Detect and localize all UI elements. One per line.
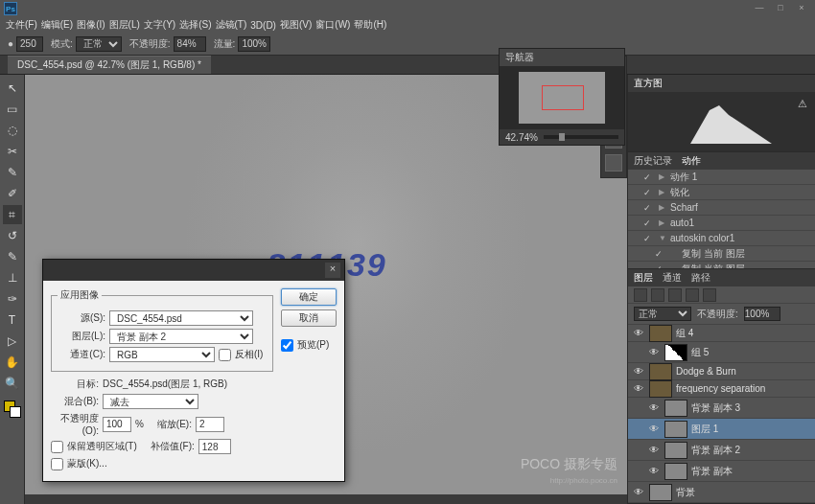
layer-blend-select[interactable]: 正常 xyxy=(634,307,691,321)
layer-row[interactable]: 👁背景 副本 2 xyxy=(628,440,815,461)
menu-3d[interactable]: 3D(D) xyxy=(250,20,276,31)
document-tab[interactable]: DSC_4554.psd @ 42.7% (图层 1, RGB/8) * xyxy=(8,56,211,74)
minimize-button[interactable]: — xyxy=(750,3,769,14)
layer-thumb[interactable] xyxy=(664,400,687,417)
layer-thumb[interactable] xyxy=(664,463,687,480)
action-row[interactable]: ✓复制 当前 图层 xyxy=(628,262,815,269)
visibility-icon[interactable]: 👁 xyxy=(647,445,661,455)
marquee-tool[interactable]: ▭ xyxy=(3,100,22,119)
actions-tab[interactable]: 动作 xyxy=(682,154,701,168)
flow-field[interactable] xyxy=(238,36,270,52)
move-tool[interactable]: ↖ xyxy=(3,79,22,98)
layer-thumb[interactable] xyxy=(649,325,672,342)
preview-checkbox[interactable] xyxy=(281,339,293,352)
action-row[interactable]: ✓▶锐化 xyxy=(628,185,815,200)
layer-thumb[interactable] xyxy=(664,421,687,438)
navigator-zoom-slider[interactable] xyxy=(544,135,618,139)
lasso-tool[interactable]: ◌ xyxy=(3,121,22,140)
filter-type-icon[interactable] xyxy=(686,288,699,302)
layer-row[interactable]: 👁图层 1 xyxy=(628,419,815,440)
navigator-viewport-rect[interactable] xyxy=(542,85,584,110)
dlg-opacity-field[interactable] xyxy=(103,417,131,432)
layer-thumb[interactable] xyxy=(649,484,672,501)
layer-row[interactable]: 👁组 4 xyxy=(628,325,815,342)
menu-layer[interactable]: 图层(L) xyxy=(109,18,140,32)
layer-row[interactable]: 👁Dodge & Burn xyxy=(628,363,815,380)
gradient-tool[interactable]: ⊥ xyxy=(3,268,22,287)
channels-tab[interactable]: 通道 xyxy=(663,271,682,285)
crop-tool[interactable]: ✂ xyxy=(3,142,22,161)
visibility-icon[interactable]: 👁 xyxy=(647,424,661,434)
mask-checkbox[interactable] xyxy=(51,458,63,470)
invert-checkbox[interactable] xyxy=(219,349,231,361)
layer-thumb[interactable] xyxy=(664,442,687,459)
ok-button[interactable]: 确定 xyxy=(281,288,337,306)
menu-filter[interactable]: 滤镜(T) xyxy=(216,18,247,32)
layer-row[interactable]: 👁frequency separation xyxy=(628,380,815,398)
filter-shape-icon[interactable] xyxy=(703,288,716,302)
pen-tool[interactable]: ✑ xyxy=(3,289,22,309)
layer-thumb[interactable] xyxy=(649,363,672,380)
menu-view[interactable]: 视图(V) xyxy=(280,18,312,32)
visibility-icon[interactable]: 👁 xyxy=(647,402,661,413)
histogram-tab[interactable]: 直方图 xyxy=(634,77,663,90)
panel-icon[interactable] xyxy=(605,154,622,172)
action-row[interactable]: ✓▶动作 1 xyxy=(628,170,815,185)
layers-tab[interactable]: 图层 xyxy=(634,271,653,285)
menu-type[interactable]: 文字(Y) xyxy=(144,18,175,32)
scale-field[interactable] xyxy=(196,417,224,432)
brush-size[interactable] xyxy=(16,36,43,52)
menu-select[interactable]: 选择(S) xyxy=(179,18,211,32)
history-tab[interactable]: 历史记录 xyxy=(634,154,672,168)
action-row[interactable]: ✓▶Scharf xyxy=(628,200,815,216)
path-tool[interactable]: ▷ xyxy=(3,332,22,351)
horizontal-scrollbar[interactable] xyxy=(25,494,627,504)
brush-icon[interactable]: ● xyxy=(8,38,13,49)
color-swatches[interactable] xyxy=(4,401,21,418)
layer-row[interactable]: 👁背景 副本 3 xyxy=(628,398,815,419)
visibility-icon[interactable]: 👁 xyxy=(632,487,645,497)
navigator-thumb[interactable] xyxy=(519,72,605,124)
visibility-icon[interactable]: 👁 xyxy=(632,383,645,394)
layer-opacity-field[interactable] xyxy=(744,307,780,321)
action-row[interactable]: ✓复制 当前 图层 xyxy=(628,246,815,262)
filter-adj-icon[interactable] xyxy=(668,288,682,302)
preserve-checkbox[interactable] xyxy=(51,441,63,453)
dialog-close-button[interactable]: × xyxy=(325,263,340,278)
layer-thumb[interactable] xyxy=(664,344,687,361)
eyedropper-tool[interactable]: ✎ xyxy=(3,163,22,182)
close-window-button[interactable]: × xyxy=(792,3,811,14)
menu-window[interactable]: 窗口(W) xyxy=(315,18,350,32)
clone-tool[interactable]: ↺ xyxy=(3,226,22,245)
layer-row[interactable]: 👁背景 副本 xyxy=(628,461,815,482)
layer-row[interactable]: 👁组 5 xyxy=(628,342,815,363)
blend-mode-select[interactable]: 正常 xyxy=(76,36,122,52)
layer-thumb[interactable] xyxy=(649,380,672,398)
brush-tool[interactable]: ⌗ xyxy=(3,205,22,224)
menu-file[interactable]: 文件(F) xyxy=(6,18,37,32)
visibility-icon[interactable]: 👁 xyxy=(632,366,645,377)
filter-kind-icon[interactable] xyxy=(634,288,647,302)
layer-row[interactable]: 👁背景 xyxy=(628,482,815,503)
navigator-zoom[interactable]: 42.74% xyxy=(505,132,538,143)
action-row[interactable]: ✓▼autoskin color1 xyxy=(628,231,815,246)
menu-help[interactable]: 帮助(H) xyxy=(354,18,386,32)
opacity-field[interactable] xyxy=(174,36,206,52)
paths-tab[interactable]: 路径 xyxy=(691,271,710,285)
eraser-tool[interactable]: ✎ xyxy=(3,247,22,266)
maximize-button[interactable]: □ xyxy=(771,3,790,14)
hand-tool[interactable]: ✋ xyxy=(3,353,22,372)
cancel-button[interactable]: 取消 xyxy=(281,309,337,327)
offset-field[interactable] xyxy=(198,439,231,454)
visibility-icon[interactable]: 👁 xyxy=(647,347,661,357)
menu-image[interactable]: 图像(I) xyxy=(77,18,105,32)
visibility-icon[interactable]: 👁 xyxy=(647,466,661,476)
blend-select[interactable]: 减去 xyxy=(103,394,198,409)
channel-select[interactable]: RGB xyxy=(109,347,215,362)
menu-edit[interactable]: 编辑(E) xyxy=(41,18,73,32)
zoom-tool[interactable]: 🔍 xyxy=(3,374,22,393)
type-tool[interactable]: T xyxy=(3,310,22,330)
navigator-panel[interactable]: 导航器 42.74% xyxy=(499,48,625,146)
visibility-icon[interactable]: 👁 xyxy=(632,328,645,338)
action-row[interactable]: ✓▶auto1 xyxy=(628,216,815,231)
